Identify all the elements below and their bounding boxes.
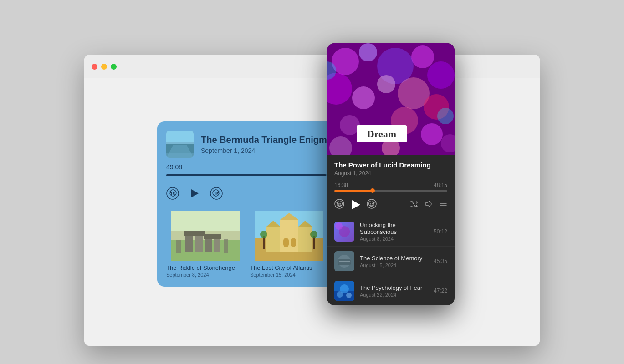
- list-item[interactable]: The Lost City of Atlantis September 15, …: [250, 211, 328, 278]
- svg-rect-26: [298, 227, 312, 252]
- playlist-item-date: August 22, 2024: [360, 292, 428, 298]
- extra-controls: [410, 200, 447, 209]
- time-display: 16:38 48:15: [327, 178, 455, 190]
- np-play-icon: [352, 200, 360, 209]
- atlantis-image: [250, 211, 328, 261]
- thumbnail-image: [166, 131, 194, 158]
- svg-point-73: [335, 222, 343, 230]
- playlist-item-date: August 8, 2024: [360, 236, 428, 242]
- np-skip-forward-icon: 15: [367, 199, 377, 209]
- playlist-item-duration: 45:35: [434, 258, 447, 264]
- svg-point-55: [421, 123, 443, 145]
- shuffle-button[interactable]: [410, 200, 418, 209]
- playlist-item-title: The Science of Memory: [360, 255, 428, 262]
- dark-player-panel: Dream The Power of Lucid Dreaming August…: [327, 43, 455, 305]
- stonehenge-image: [166, 211, 245, 261]
- playlist-item-info-1: Unlocking the Subconscious August 8, 202…: [360, 222, 428, 242]
- playback-controls: 15 15: [334, 199, 377, 210]
- progress-bar-fill: [166, 174, 326, 176]
- svg-rect-12: [171, 211, 240, 231]
- svg-point-48: [352, 86, 375, 109]
- album-art: Dream: [327, 43, 455, 155]
- np-progress-bar[interactable]: [334, 190, 447, 192]
- list-item[interactable]: The Riddle of Stonehenge September 8, 20…: [166, 211, 245, 278]
- svg-text:Dream: Dream: [367, 128, 396, 140]
- svg-point-32: [260, 231, 267, 238]
- np-controls: 15 15: [327, 197, 455, 217]
- svg-marker-67: [426, 201, 430, 207]
- podcast-thumbnail: [166, 131, 194, 158]
- playlist-thumb-image-2: [334, 251, 354, 271]
- svg-rect-16: [205, 237, 212, 252]
- total-time: 48:15: [434, 182, 447, 188]
- svg-rect-19: [176, 240, 181, 253]
- now-playing-title: The Power of Lucid Dreaming: [334, 161, 447, 169]
- browser-window: The Bermuda Triangle Enigma September 1,…: [84, 55, 540, 346]
- list-item[interactable]: The Psychology of Fear August 22, 2024 4…: [327, 276, 455, 305]
- svg-rect-18: [204, 234, 221, 239]
- svg-rect-17: [214, 237, 220, 252]
- list-item[interactable]: The Science of Memory August 15, 2024 45…: [327, 247, 455, 276]
- svg-point-60: [437, 108, 454, 124]
- podcast-thumb-img: [166, 131, 194, 158]
- skip-forward-button[interactable]: 15: [210, 187, 223, 200]
- playlist-thumb-image-1: [334, 222, 354, 242]
- current-time: 16:38: [334, 182, 348, 188]
- svg-rect-29: [283, 238, 289, 247]
- np-play-button[interactable]: [351, 200, 360, 209]
- svg-point-83: [346, 293, 352, 298]
- playlist-item-info-2: The Science of Memory August 15, 2024: [360, 255, 428, 268]
- now-playing-info: The Power of Lucid Dreaming August 1, 20…: [327, 155, 455, 178]
- playlist-item-title: Unlocking the Subconscious: [360, 222, 428, 235]
- browser-content: The Bermuda Triangle Enigma September 1,…: [84, 78, 540, 346]
- svg-point-43: [359, 43, 377, 61]
- svg-point-82: [337, 291, 343, 298]
- menu-button[interactable]: [439, 200, 447, 209]
- np-skip-forward-button[interactable]: 15: [367, 199, 377, 210]
- playlist-item-title: The Psychology of Fear: [360, 284, 428, 291]
- svg-point-34: [310, 231, 317, 238]
- playlist-thumb-3: [334, 281, 354, 301]
- svg-rect-15: [184, 231, 205, 236]
- episode-date: September 15, 2024: [250, 272, 328, 278]
- episode-title: The Lost City of Atlantis: [250, 264, 328, 271]
- menu-icon: [439, 200, 447, 208]
- svg-rect-25: [266, 227, 280, 252]
- shuffle-icon: [410, 200, 418, 208]
- svg-point-49: [377, 75, 395, 93]
- close-button[interactable]: [92, 64, 97, 70]
- playlist-item-duration: 47:22: [434, 288, 447, 294]
- svg-rect-3: [166, 131, 194, 142]
- svg-rect-23: [280, 220, 298, 252]
- playlist-thumb-2: [334, 251, 354, 271]
- svg-rect-30: [291, 238, 296, 247]
- episode-image-atlantis: [250, 211, 328, 261]
- svg-rect-76: [338, 259, 351, 265]
- np-skip-back-icon: 15: [334, 199, 344, 209]
- episode-image-stonehenge: [166, 211, 245, 261]
- volume-icon: [425, 200, 433, 208]
- skip-back-button[interactable]: 15: [166, 187, 179, 200]
- browser-titlebar: [84, 55, 540, 78]
- list-item[interactable]: Unlocking the Subconscious August 8, 202…: [327, 217, 455, 247]
- album-art-image: Dream: [327, 43, 455, 155]
- now-playing-date: August 1, 2024: [334, 170, 447, 177]
- minimize-button[interactable]: [101, 64, 107, 70]
- maximize-button[interactable]: [111, 64, 117, 70]
- skip-forward-icon: 15: [210, 187, 223, 200]
- np-progress-dot: [370, 188, 375, 193]
- play-icon: [191, 189, 199, 197]
- svg-point-46: [427, 61, 455, 89]
- svg-rect-20: [224, 239, 228, 253]
- np-progress-fill: [334, 190, 373, 192]
- svg-point-45: [411, 46, 434, 68]
- episode-title: The Riddle of Stonehenge: [166, 264, 245, 271]
- episode-date: September 8, 2024: [166, 272, 245, 278]
- volume-button[interactable]: [425, 200, 433, 209]
- playlist-item-info-3: The Psychology of Fear August 22, 2024: [360, 284, 428, 298]
- playlist-item-duration: 50:12: [434, 228, 447, 235]
- playlist: Unlocking the Subconscious August 8, 202…: [327, 217, 455, 305]
- play-button[interactable]: [186, 185, 203, 202]
- skip-back-icon: 15: [166, 187, 179, 200]
- np-skip-back-button[interactable]: 15: [334, 199, 344, 210]
